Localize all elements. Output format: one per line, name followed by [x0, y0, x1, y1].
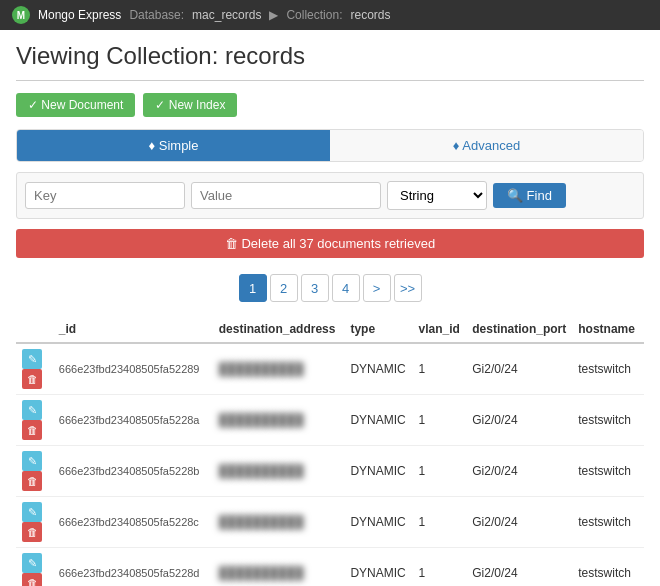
- key-input[interactable]: [25, 182, 185, 209]
- edit-button[interactable]: ✎: [22, 451, 42, 471]
- page-btn-4[interactable]: 4: [332, 274, 360, 302]
- row-dest-port: Gi2/0/24: [466, 446, 572, 497]
- col-header-type: type: [344, 316, 412, 343]
- row-dest-addr: ██████████: [213, 343, 345, 395]
- row-vlan: 1: [412, 497, 466, 548]
- col-header-id: _id: [53, 316, 213, 343]
- type-select[interactable]: String Number Boolean Object Array: [387, 181, 487, 210]
- row-dest-addr: ██████████: [213, 395, 345, 446]
- delete-button[interactable]: 🗑: [22, 471, 42, 491]
- data-table: _id destination_address type vlan_id des…: [16, 316, 644, 586]
- query-tabs: ♦ Simple ♦ Advanced: [16, 129, 644, 162]
- query-fields: String Number Boolean Object Array 🔍 Fin…: [16, 172, 644, 219]
- tab-simple[interactable]: ♦ Simple: [17, 130, 330, 161]
- edit-button[interactable]: ✎: [22, 553, 42, 573]
- row-hostname: testswitch: [572, 497, 644, 548]
- row-hostname: testswitch: [572, 395, 644, 446]
- row-type: DYNAMIC: [344, 343, 412, 395]
- table-row: ✎ 🗑 666e23fbd23408505fa5228c ██████████ …: [16, 497, 644, 548]
- collection-link[interactable]: records: [350, 8, 390, 22]
- table-row: ✎ 🗑 666e23fbd23408505fa5228d ██████████ …: [16, 548, 644, 587]
- row-dest-port: Gi2/0/24: [466, 395, 572, 446]
- page-btn-2[interactable]: 2: [270, 274, 298, 302]
- row-dest-port: Gi2/0/24: [466, 343, 572, 395]
- value-input[interactable]: [191, 182, 381, 209]
- row-actions: ✎ 🗑: [16, 548, 53, 587]
- delete-button[interactable]: 🗑: [22, 522, 42, 542]
- row-actions: ✎ 🗑: [16, 497, 53, 548]
- row-id: 666e23fbd23408505fa52289: [53, 343, 213, 395]
- mongo-icon: M: [12, 6, 30, 24]
- page-btn-3[interactable]: 3: [301, 274, 329, 302]
- delete-button[interactable]: 🗑: [22, 369, 42, 389]
- row-id: 666e23fbd23408505fa5228c: [53, 497, 213, 548]
- edit-button[interactable]: ✎: [22, 349, 42, 369]
- page-btn-1[interactable]: 1: [239, 274, 267, 302]
- new-index-button[interactable]: ✓ New Index: [143, 93, 237, 117]
- row-actions: ✎ 🗑: [16, 395, 53, 446]
- table-row: ✎ 🗑 666e23fbd23408505fa5228a ██████████ …: [16, 395, 644, 446]
- sep1: ▶: [269, 8, 278, 22]
- delete-button[interactable]: 🗑: [22, 573, 42, 586]
- row-hostname: testswitch: [572, 446, 644, 497]
- row-dest-addr: ██████████: [213, 497, 345, 548]
- row-vlan: 1: [412, 548, 466, 587]
- row-id: 666e23fbd23408505fa5228a: [53, 395, 213, 446]
- db-label: Database:: [129, 8, 184, 22]
- app-name: Mongo Express: [38, 8, 121, 22]
- row-dest-port: Gi2/0/24: [466, 497, 572, 548]
- row-type: DYNAMIC: [344, 395, 412, 446]
- row-actions: ✎ 🗑: [16, 446, 53, 497]
- table-header-row: _id destination_address type vlan_id des…: [16, 316, 644, 343]
- page-content: Viewing Collection: records ✓ New Docume…: [0, 30, 660, 586]
- action-buttons: ✓ New Document ✓ New Index: [16, 93, 644, 117]
- edit-button[interactable]: ✎: [22, 400, 42, 420]
- col-header-vlan: vlan_id: [412, 316, 466, 343]
- row-vlan: 1: [412, 446, 466, 497]
- row-hostname: testswitch: [572, 343, 644, 395]
- row-dest-port: Gi2/0/24: [466, 548, 572, 587]
- new-document-button[interactable]: ✓ New Document: [16, 93, 135, 117]
- page-title: Viewing Collection: records: [16, 42, 644, 81]
- collection-label: Collection:: [286, 8, 342, 22]
- col-header-actions: [16, 316, 53, 343]
- row-type: DYNAMIC: [344, 497, 412, 548]
- delete-bar[interactable]: 🗑 Delete all 37 documents retrieved: [16, 229, 644, 258]
- row-actions: ✎ 🗑: [16, 343, 53, 395]
- row-vlan: 1: [412, 343, 466, 395]
- find-button[interactable]: 🔍 Find: [493, 183, 566, 208]
- top-bar: M Mongo Express Database: mac_records ▶ …: [0, 0, 660, 30]
- row-id: 666e23fbd23408505fa5228b: [53, 446, 213, 497]
- col-header-dest-port: destination_port: [466, 316, 572, 343]
- tab-advanced[interactable]: ♦ Advanced: [330, 130, 643, 161]
- db-link[interactable]: mac_records: [192, 8, 261, 22]
- table-row: ✎ 🗑 666e23fbd23408505fa5228b ██████████ …: [16, 446, 644, 497]
- row-type: DYNAMIC: [344, 548, 412, 587]
- col-header-hostname: hostname: [572, 316, 644, 343]
- row-vlan: 1: [412, 395, 466, 446]
- row-dest-addr: ██████████: [213, 548, 345, 587]
- page-btn-last[interactable]: >>: [394, 274, 422, 302]
- edit-button[interactable]: ✎: [22, 502, 42, 522]
- row-id: 666e23fbd23408505fa5228d: [53, 548, 213, 587]
- delete-button[interactable]: 🗑: [22, 420, 42, 440]
- table-row: ✎ 🗑 666e23fbd23408505fa52289 ██████████ …: [16, 343, 644, 395]
- pagination: 1 2 3 4 > >>: [16, 274, 644, 302]
- row-type: DYNAMIC: [344, 446, 412, 497]
- row-dest-addr: ██████████: [213, 446, 345, 497]
- row-hostname: testswitch: [572, 548, 644, 587]
- page-btn-next[interactable]: >: [363, 274, 391, 302]
- col-header-dest-addr: destination_address: [213, 316, 345, 343]
